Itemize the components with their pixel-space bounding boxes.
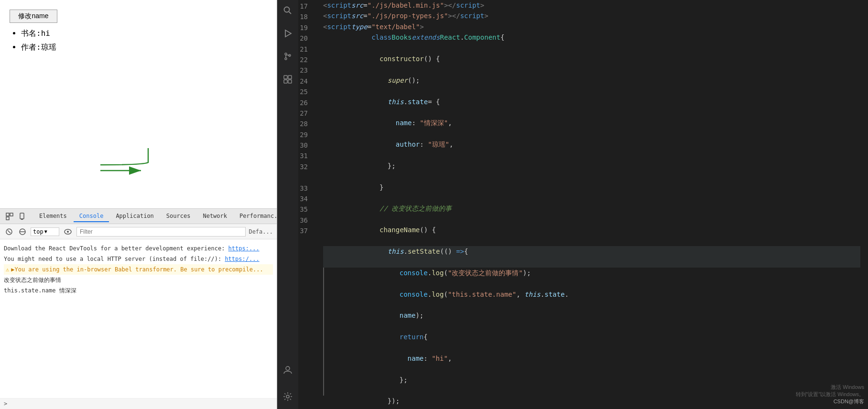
code-line-33: return { <box>323 332 860 353</box>
code-display: <script src="./js/babel.min.js"></script… <box>315 0 868 409</box>
code-line-29: changeName() { <box>323 225 860 246</box>
svg-point-17 <box>285 58 287 60</box>
code-line-24: name: "情深深", <box>323 118 860 139</box>
console-prompt[interactable]: > <box>0 398 277 409</box>
tab-console[interactable]: Console <box>74 211 109 222</box>
settings-sidebar-icon[interactable] <box>281 390 294 405</box>
svg-line-6 <box>8 230 11 233</box>
clear-console-button[interactable] <box>4 227 14 236</box>
code-area: 1718192021 2223242526 2728293031 3232333… <box>298 0 868 409</box>
git-sidebar-icon[interactable] <box>281 50 294 65</box>
code-line-30: this.setState(() => { <box>323 246 860 268</box>
console-line-log2: this.state.name 情深深 <box>4 285 273 296</box>
code-line-36: }); <box>323 396 860 409</box>
code-editor-panel: 1718192021 2223242526 2728293031 3232333… <box>277 0 868 409</box>
line-numbers: 1718192021 2223242526 2728293031 3232333… <box>298 0 315 409</box>
svg-rect-23 <box>288 80 292 83</box>
svg-rect-2 <box>6 217 9 220</box>
http-link[interactable]: https:/... <box>225 256 259 262</box>
console-line-log1: 改变状态之前做的事情 <box>4 275 273 285</box>
inspect-element-button[interactable] <box>4 212 15 221</box>
code-line-19: <script type="text/babel"> <box>323 22 860 32</box>
svg-marker-15 <box>285 30 291 37</box>
devtools-panel: Elements Console Application Sources Net… <box>0 208 277 409</box>
browser-panel: 修改name 书名:hi 作者:琼瑶 <box>0 0 277 409</box>
warning-icon: ⚠ <box>6 266 9 273</box>
console-line-devtools-msg: Download the React DevTools for a better… <box>4 243 273 254</box>
top-label: top <box>33 228 43 235</box>
svg-point-25 <box>286 395 289 398</box>
code-line-28: // 改变状态之前做的事 <box>323 203 860 225</box>
svg-point-13 <box>284 7 290 12</box>
svg-point-10 <box>67 231 69 233</box>
run-sidebar-icon[interactable] <box>281 27 294 42</box>
svg-rect-21 <box>288 75 292 79</box>
tab-network[interactable]: Network <box>197 211 233 222</box>
code-line-18: <script src="./js/prop-types.js"></scrip… <box>323 11 860 21</box>
code-line-35: }; <box>323 375 860 396</box>
svg-line-14 <box>289 12 292 14</box>
browser-preview: 修改name 书名:hi 作者:琼瑶 <box>0 0 277 208</box>
account-sidebar-icon[interactable] <box>281 363 294 378</box>
code-line-34: name: "hi", <box>323 353 860 375</box>
console-toolbar: top ▼ Defa... <box>0 224 277 239</box>
code-line-22: super(); <box>323 75 860 97</box>
block-button[interactable] <box>17 227 28 236</box>
console-output-area: Download the React DevTools for a better… <box>0 239 277 398</box>
filter-input[interactable] <box>76 227 246 237</box>
code-line-26: }; <box>323 161 860 182</box>
code-line-25: author: "琼瑶", <box>323 139 860 161</box>
svg-point-24 <box>286 366 290 370</box>
tab-elements[interactable]: Elements <box>33 211 73 222</box>
devtools-link[interactable]: https:... <box>228 245 260 252</box>
extensions-sidebar-icon[interactable] <box>281 73 294 88</box>
code-line-32b: name); <box>323 310 860 332</box>
code-line-21: constructor() { <box>323 54 860 75</box>
dropdown-arrow-icon: ▼ <box>44 229 47 234</box>
book-list: 书名:hi 作者:琼瑶 <box>10 27 267 54</box>
svg-rect-1 <box>10 213 13 216</box>
console-line-babel-warning: ⚠▶You are using the in-browser Babel tra… <box>4 264 273 275</box>
device-toolbar-button[interactable] <box>17 212 29 221</box>
editor-sidebar <box>277 0 298 409</box>
console-line-http-msg: You might need to use a local HTTP serve… <box>4 254 273 264</box>
tab-sources[interactable]: Sources <box>161 211 196 222</box>
svg-rect-22 <box>284 80 287 83</box>
code-line-32: console.log("this.state.name", this.stat… <box>323 289 860 311</box>
modify-name-button[interactable]: 修改name <box>10 10 57 23</box>
eye-button[interactable] <box>62 228 74 236</box>
devtools-tabs-bar: Elements Console Application Sources Net… <box>0 209 277 224</box>
svg-rect-0 <box>6 213 9 216</box>
svg-rect-3 <box>20 213 24 219</box>
code-line-23: this.state = { <box>323 97 860 118</box>
svg-rect-20 <box>284 75 287 79</box>
tab-application[interactable]: Application <box>110 211 159 222</box>
book-author-item: 作者:琼瑶 <box>21 41 267 54</box>
default-levels-label: Defa... <box>249 228 273 235</box>
svg-rect-4 <box>21 219 23 220</box>
code-line-31: console.log("改变状态之前做的事情"); <box>323 268 860 289</box>
code-line-20: class Books extends React.Component { <box>323 32 860 54</box>
prompt-symbol: > <box>4 400 7 407</box>
code-line-17: <script src="./js/babel.min.js"></script… <box>323 0 860 11</box>
search-sidebar-icon[interactable] <box>281 4 294 19</box>
top-context-selector[interactable]: top ▼ <box>31 227 59 236</box>
book-title-item: 书名:hi <box>21 27 267 41</box>
code-line-27: } <box>323 182 860 204</box>
